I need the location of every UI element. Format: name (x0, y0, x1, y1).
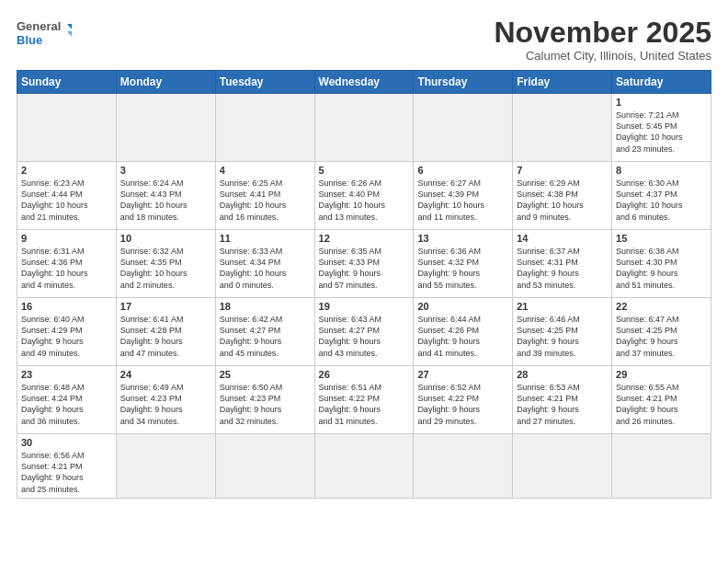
weekday-header-thursday: Thursday (414, 71, 513, 94)
day-info: Sunrise: 6:24 AM Sunset: 4:43 PM Dayligh… (120, 178, 211, 223)
day-info: Sunrise: 6:43 AM Sunset: 4:27 PM Dayligh… (319, 314, 410, 359)
calendar-cell (116, 94, 215, 162)
calendar-cell: 27Sunrise: 6:52 AM Sunset: 4:22 PM Dayli… (414, 366, 513, 434)
day-number: 1 (616, 97, 707, 108)
calendar-cell: 21Sunrise: 6:46 AM Sunset: 4:25 PM Dayli… (513, 298, 612, 366)
calendar-cell: 22Sunrise: 6:47 AM Sunset: 4:25 PM Dayli… (612, 298, 711, 366)
day-number: 9 (21, 233, 112, 244)
day-info: Sunrise: 6:25 AM Sunset: 4:41 PM Dayligh… (220, 178, 311, 223)
calendar-cell (513, 434, 612, 499)
day-info: Sunrise: 6:44 AM Sunset: 4:26 PM Dayligh… (417, 314, 508, 359)
svg-marker-3 (67, 31, 72, 39)
day-number: 28 (517, 369, 608, 380)
calendar-week-5: 23Sunrise: 6:48 AM Sunset: 4:24 PM Dayli… (17, 366, 711, 434)
day-number: 21 (517, 301, 608, 312)
day-number: 29 (616, 369, 707, 380)
logo-icon: General Blue (17, 17, 72, 52)
calendar-cell: 10Sunrise: 6:32 AM Sunset: 4:35 PM Dayli… (116, 230, 215, 298)
calendar-cell (314, 94, 414, 162)
day-info: Sunrise: 6:52 AM Sunset: 4:22 PM Dayligh… (417, 382, 508, 427)
calendar-cell: 5Sunrise: 6:26 AM Sunset: 4:40 PM Daylig… (314, 162, 414, 230)
logo: General Blue (17, 17, 72, 52)
calendar-table: SundayMondayTuesdayWednesdayThursdayFrid… (17, 70, 711, 499)
calendar-cell (116, 434, 215, 499)
day-info: Sunrise: 6:35 AM Sunset: 4:33 PM Dayligh… (319, 246, 410, 291)
calendar-week-4: 16Sunrise: 6:40 AM Sunset: 4:29 PM Dayli… (17, 298, 711, 366)
calendar-cell: 3Sunrise: 6:24 AM Sunset: 4:43 PM Daylig… (116, 162, 215, 230)
day-number: 11 (220, 233, 311, 244)
calendar-cell: 16Sunrise: 6:40 AM Sunset: 4:29 PM Dayli… (17, 298, 117, 366)
calendar-cell: 23Sunrise: 6:48 AM Sunset: 4:24 PM Dayli… (17, 366, 117, 434)
weekday-header-sunday: Sunday (17, 71, 117, 94)
subtitle: Calumet City, Illinois, United States (494, 49, 711, 63)
calendar-cell (513, 94, 612, 162)
day-number: 23 (21, 369, 112, 380)
calendar-cell: 19Sunrise: 6:43 AM Sunset: 4:27 PM Dayli… (314, 298, 414, 366)
day-number: 10 (120, 233, 211, 244)
calendar-cell (314, 434, 414, 499)
calendar-cell (215, 434, 314, 499)
day-info: Sunrise: 6:33 AM Sunset: 4:34 PM Dayligh… (220, 246, 311, 291)
calendar-cell: 11Sunrise: 6:33 AM Sunset: 4:34 PM Dayli… (215, 230, 314, 298)
calendar-week-6: 30Sunrise: 6:56 AM Sunset: 4:21 PM Dayli… (17, 434, 711, 499)
day-number: 20 (417, 301, 508, 312)
calendar-cell: 30Sunrise: 6:56 AM Sunset: 4:21 PM Dayli… (17, 434, 117, 499)
day-info: Sunrise: 6:41 AM Sunset: 4:28 PM Dayligh… (120, 314, 211, 359)
weekday-header-tuesday: Tuesday (215, 71, 314, 94)
day-info: Sunrise: 6:29 AM Sunset: 4:38 PM Dayligh… (517, 178, 608, 223)
calendar-cell (17, 94, 117, 162)
calendar-cell: 8Sunrise: 6:30 AM Sunset: 4:37 PM Daylig… (612, 162, 711, 230)
calendar-cell: 28Sunrise: 6:53 AM Sunset: 4:21 PM Dayli… (513, 366, 612, 434)
day-info: Sunrise: 6:55 AM Sunset: 4:21 PM Dayligh… (616, 382, 707, 427)
svg-text:General: General (17, 19, 61, 33)
day-info: Sunrise: 6:30 AM Sunset: 4:37 PM Dayligh… (616, 178, 707, 223)
svg-text:Blue: Blue (17, 33, 42, 47)
day-info: Sunrise: 6:49 AM Sunset: 4:23 PM Dayligh… (120, 382, 211, 427)
day-info: Sunrise: 6:47 AM Sunset: 4:25 PM Dayligh… (616, 314, 707, 359)
title-block: November 2025 Calumet City, Illinois, Un… (494, 17, 711, 63)
calendar-cell: 4Sunrise: 6:25 AM Sunset: 4:41 PM Daylig… (215, 162, 314, 230)
day-number: 5 (319, 165, 410, 176)
day-number: 19 (319, 301, 410, 312)
calendar-cell: 6Sunrise: 6:27 AM Sunset: 4:39 PM Daylig… (414, 162, 513, 230)
calendar-cell: 20Sunrise: 6:44 AM Sunset: 4:26 PM Dayli… (414, 298, 513, 366)
calendar-cell: 29Sunrise: 6:55 AM Sunset: 4:21 PM Dayli… (612, 366, 711, 434)
calendar-cell (215, 94, 314, 162)
page: General Blue November 2025 Calumet City,… (0, 0, 728, 563)
day-number: 14 (517, 233, 608, 244)
weekday-header-saturday: Saturday (612, 71, 711, 94)
day-number: 2 (21, 165, 112, 176)
day-number: 16 (21, 301, 112, 312)
day-info: Sunrise: 6:48 AM Sunset: 4:24 PM Dayligh… (21, 382, 112, 427)
day-number: 30 (21, 437, 112, 448)
day-info: Sunrise: 6:27 AM Sunset: 4:39 PM Dayligh… (417, 178, 508, 223)
calendar-cell: 1Sunrise: 7:21 AM Sunset: 5:45 PM Daylig… (612, 94, 711, 162)
calendar-cell: 7Sunrise: 6:29 AM Sunset: 4:38 PM Daylig… (513, 162, 612, 230)
calendar-week-1: 1Sunrise: 7:21 AM Sunset: 5:45 PM Daylig… (17, 94, 711, 162)
calendar-cell: 14Sunrise: 6:37 AM Sunset: 4:31 PM Dayli… (513, 230, 612, 298)
calendar-cell: 25Sunrise: 6:50 AM Sunset: 4:23 PM Dayli… (215, 366, 314, 434)
day-info: Sunrise: 6:32 AM Sunset: 4:35 PM Dayligh… (120, 246, 211, 291)
day-number: 22 (616, 301, 707, 312)
day-info: Sunrise: 6:31 AM Sunset: 4:36 PM Dayligh… (21, 246, 112, 291)
calendar-cell: 13Sunrise: 6:36 AM Sunset: 4:32 PM Dayli… (414, 230, 513, 298)
calendar-cell (612, 434, 711, 499)
day-info: Sunrise: 6:26 AM Sunset: 4:40 PM Dayligh… (319, 178, 410, 223)
calendar-cell: 9Sunrise: 6:31 AM Sunset: 4:36 PM Daylig… (17, 230, 117, 298)
day-number: 15 (616, 233, 707, 244)
day-info: Sunrise: 6:42 AM Sunset: 4:27 PM Dayligh… (220, 314, 311, 359)
day-info: Sunrise: 6:53 AM Sunset: 4:21 PM Dayligh… (517, 382, 608, 427)
day-info: Sunrise: 6:36 AM Sunset: 4:32 PM Dayligh… (417, 246, 508, 291)
day-number: 13 (417, 233, 508, 244)
calendar-cell: 15Sunrise: 6:38 AM Sunset: 4:30 PM Dayli… (612, 230, 711, 298)
day-number: 6 (417, 165, 508, 176)
day-number: 18 (220, 301, 311, 312)
weekday-header-row: SundayMondayTuesdayWednesdayThursdayFrid… (17, 71, 711, 94)
day-number: 8 (616, 165, 707, 176)
calendar-cell: 17Sunrise: 6:41 AM Sunset: 4:28 PM Dayli… (116, 298, 215, 366)
day-number: 12 (319, 233, 410, 244)
month-title: November 2025 (494, 17, 711, 49)
day-info: Sunrise: 6:56 AM Sunset: 4:21 PM Dayligh… (21, 450, 112, 495)
calendar-cell: 26Sunrise: 6:51 AM Sunset: 4:22 PM Dayli… (314, 366, 414, 434)
calendar-cell: 12Sunrise: 6:35 AM Sunset: 4:33 PM Dayli… (314, 230, 414, 298)
